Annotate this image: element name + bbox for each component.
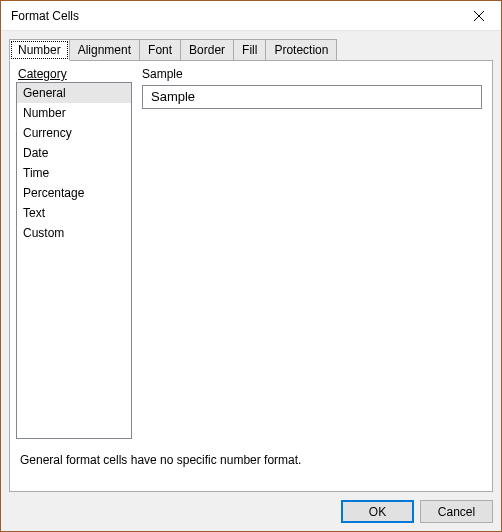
category-item-general[interactable]: General <box>17 83 131 103</box>
titlebar: Format Cells <box>1 1 501 31</box>
dialog-content: Number Alignment Font Border Fill Protec… <box>1 31 501 531</box>
category-item-currency[interactable]: Currency <box>17 123 131 143</box>
format-cells-dialog: Format Cells Number Alignment Font Borde… <box>0 0 502 532</box>
tab-fill[interactable]: Fill <box>233 39 266 61</box>
tab-strip: Number Alignment Font Border Fill Protec… <box>9 39 493 61</box>
category-item-percentage[interactable]: Percentage <box>17 183 131 203</box>
category-item-number[interactable]: Number <box>17 103 131 123</box>
tab-panel-number: Category General Number Currency Date Ti… <box>9 60 493 492</box>
tab-protection[interactable]: Protection <box>265 39 337 61</box>
category-item-text[interactable]: Text <box>17 203 131 223</box>
category-item-date[interactable]: Date <box>17 143 131 163</box>
cancel-button[interactable]: Cancel <box>420 500 493 523</box>
sample-value: Sample <box>151 89 195 104</box>
category-list[interactable]: General Number Currency Date Time Percen… <box>16 82 132 439</box>
sample-column: Sample Sample <box>142 67 482 439</box>
close-button[interactable] <box>456 1 501 31</box>
category-label: Category <box>16 67 132 81</box>
close-icon <box>474 11 484 21</box>
category-item-time[interactable]: Time <box>17 163 131 183</box>
dialog-button-row: OK Cancel <box>9 492 493 523</box>
tab-font[interactable]: Font <box>139 39 181 61</box>
category-item-custom[interactable]: Custom <box>17 223 131 243</box>
format-description: General format cells have no specific nu… <box>16 453 482 467</box>
ok-button[interactable]: OK <box>341 500 414 523</box>
tab-border[interactable]: Border <box>180 39 234 61</box>
tab-alignment[interactable]: Alignment <box>69 39 140 61</box>
window-title: Format Cells <box>11 9 79 23</box>
sample-box: Sample <box>142 85 482 109</box>
sample-label: Sample <box>142 67 482 81</box>
panel-body: Category General Number Currency Date Ti… <box>16 67 482 439</box>
tab-number[interactable]: Number <box>9 39 70 61</box>
category-column: Category General Number Currency Date Ti… <box>16 67 132 439</box>
